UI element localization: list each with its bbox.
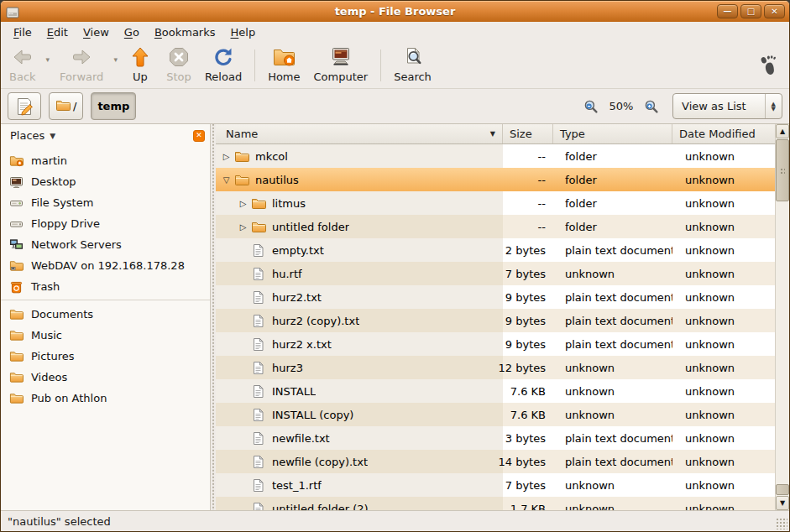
table-row[interactable]: untitled folder (2)1.7 KBunknownunknown [216, 497, 775, 510]
sidebar-item-label: Pub on Athlon [31, 392, 107, 404]
table-row[interactable]: newfile (copy).txt14 bytesplain text doc… [216, 450, 775, 473]
column-header-date[interactable]: Date Modified [672, 124, 775, 143]
file-list-pane: Name ▼ Size Type Date Modified ▷mkcol--f… [216, 124, 789, 510]
menu-view[interactable]: View [76, 23, 117, 41]
minimize-button[interactable]: — [717, 4, 738, 18]
close-button[interactable]: ✕ [764, 4, 785, 18]
toolbar-up-button[interactable]: Up [121, 46, 160, 85]
toolbar-home-button[interactable]: Home [261, 46, 306, 85]
scrollbar-trough[interactable] [776, 202, 789, 484]
sidebar-item-martin[interactable]: martin [1, 150, 210, 171]
spinner-arrows-icon: ▲▼ [765, 94, 782, 118]
sidebar-item-webdav-on-192-168-178-28[interactable]: WebDAV on 192.168.178.28 [1, 255, 210, 276]
file-size: -- [503, 144, 553, 168]
scroll-up-button[interactable]: ▲ [776, 124, 789, 138]
column-header-type[interactable]: Type [553, 124, 672, 143]
file-size: 12 bytes [503, 356, 553, 379]
sidebar-item-pub-on-athlon[interactable]: Pub on Athlon [1, 388, 210, 409]
table-row[interactable]: hu.rtf7 bytesunknownunknown [216, 262, 775, 285]
menu-help[interactable]: Help [223, 23, 264, 41]
expander-expanded-icon[interactable]: ▽ [219, 175, 233, 185]
table-row[interactable]: INSTALL (copy)7.6 KBunknownunknown [216, 403, 775, 426]
file-list: ▷mkcol--folderunknown▽nautilus--folderun… [216, 144, 775, 510]
sidebar-item-trash[interactable]: Trash [1, 276, 210, 297]
view-mode-select[interactable]: View as List ▲▼ [672, 93, 782, 119]
file-date-modified: unknown [672, 356, 775, 379]
home-folder-small-icon [9, 154, 24, 167]
chevron-down-icon[interactable]: ▾ [110, 55, 121, 64]
toolbar-computer-button[interactable]: Computer [307, 46, 375, 85]
scrollbar-stepper[interactable] [776, 484, 789, 495]
table-row[interactable]: test_1.rtf7 bytesunknownunknown [216, 473, 775, 497]
column-header-size[interactable]: Size [503, 124, 553, 143]
maximize-button[interactable]: □ [740, 4, 761, 18]
file-name: empty.txt [272, 244, 324, 257]
menu-edit[interactable]: Edit [39, 23, 76, 41]
file-type: folder [553, 191, 672, 215]
text-file-icon [250, 337, 266, 352]
table-row[interactable]: ▽nautilus--folderunknown [216, 168, 775, 191]
expander-collapsed-icon[interactable]: ▷ [236, 199, 250, 208]
zoom-in-button[interactable] [644, 99, 659, 114]
menu-file[interactable]: File [6, 23, 39, 41]
edit-location-button[interactable] [8, 92, 41, 120]
zoom-out-button[interactable] [583, 99, 599, 114]
toolbar-search-button[interactable]: Search [387, 46, 438, 85]
titlebar[interactable]: temp - File Browser — □ ✕ [1, 1, 789, 22]
close-sidebar-button[interactable]: ✕ [193, 130, 205, 142]
table-row[interactable]: hurz312 bytesunknownunknown [216, 356, 775, 379]
sidebar-item-file-system[interactable]: File System [1, 192, 210, 213]
column-header-name[interactable]: Name ▼ [216, 124, 503, 143]
sidebar-item-documents[interactable]: Documents [1, 304, 210, 325]
expander-collapsed-icon[interactable]: ▷ [236, 222, 250, 232]
table-row[interactable]: ▷litmus--folderunknown [216, 191, 775, 215]
toolbar-separator [380, 50, 381, 81]
status-text: "nautilus" selected [8, 515, 111, 528]
chevron-down-icon[interactable]: ▼ [50, 132, 55, 140]
places-select[interactable]: Places [10, 129, 44, 142]
sidebar-item-floppy-drive[interactable]: Floppy Drive [1, 213, 210, 234]
sidebar-item-pictures[interactable]: Pictures [1, 346, 210, 367]
sidebar-item-music[interactable]: Music [1, 325, 210, 346]
file-name: litmus [272, 197, 306, 210]
folder-icon [233, 174, 249, 186]
scroll-down-button[interactable]: ▼ [776, 496, 789, 510]
table-row[interactable]: hurz2.txt9 bytesplain text documentunkno… [216, 285, 775, 309]
menu-bookmarks[interactable]: Bookmarks [147, 23, 223, 41]
file-name: newfile (copy).txt [272, 456, 368, 468]
table-row[interactable]: hurz2 (copy).txt9 bytesplain text docume… [216, 309, 775, 332]
text-file-icon [250, 314, 266, 328]
gnome-logo-icon[interactable] [759, 55, 777, 76]
expander-collapsed-icon[interactable]: ▷ [219, 152, 233, 161]
text-file-icon [250, 361, 266, 375]
table-row[interactable]: ▷untitled folder--folderunknown [216, 215, 775, 238]
file-date-modified: unknown [672, 168, 775, 191]
toolbar-reload-button[interactable]: Reload [198, 46, 249, 85]
table-row[interactable]: hurz2 x.txt9 bytesplain text documentunk… [216, 332, 775, 356]
table-row[interactable]: INSTALL7.6 KBunknownunknown [216, 379, 775, 403]
text-file-icon [250, 431, 266, 446]
table-row[interactable]: empty.txt2 bytesplain text documentunkno… [216, 238, 775, 262]
sort-descending-icon: ▼ [490, 130, 495, 138]
toolbar: Back▾Forward▾UpStopReloadHomeComputerSea… [1, 42, 789, 89]
vertical-scrollbar: ▲ ▼ [775, 124, 789, 510]
sidebar-item-network-servers[interactable]: Network Servers [1, 234, 210, 255]
back-arrow-icon [12, 48, 34, 70]
folder-icon [9, 371, 24, 383]
menu-go[interactable]: Go [117, 23, 147, 41]
current-path-label: temp [97, 100, 129, 112]
scrollbar-thumb[interactable] [776, 139, 789, 201]
table-row[interactable]: ▷mkcol--folderunknown [216, 144, 775, 168]
file-type: plain text document [553, 285, 672, 309]
file-date-modified: unknown [672, 379, 775, 403]
location-bar: / temp 50% View as List ▲▼ [1, 89, 789, 124]
table-row[interactable]: newfile.txt3 bytesplain text documentunk… [216, 426, 775, 450]
text-file-icon [250, 478, 266, 493]
file-name: mkcol [255, 150, 288, 163]
chevron-down-icon[interactable]: ▾ [43, 55, 54, 64]
resize-grip[interactable] [776, 518, 787, 529]
sidebar-item-desktop[interactable]: Desktop [1, 171, 210, 192]
sidebar-item-videos[interactable]: Videos [1, 367, 210, 388]
current-path-button[interactable]: temp [91, 92, 136, 120]
root-path-button[interactable]: / [49, 92, 83, 120]
